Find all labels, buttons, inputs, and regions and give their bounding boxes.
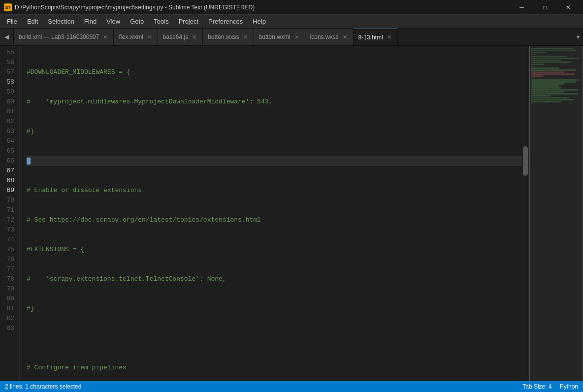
menu-preferences[interactable]: Preferences bbox=[203, 16, 248, 27]
tab-flex-wxml[interactable]: flex.wxml ✕ bbox=[114, 29, 158, 45]
tab-button-wxml[interactable]: button.wxml ✕ bbox=[254, 29, 305, 45]
tab-label: flex.wxml bbox=[119, 33, 143, 40]
tab-button-wxss[interactable]: button.wxss ✕ bbox=[203, 29, 254, 45]
line-number: 78 bbox=[4, 274, 14, 284]
tab-8-13-html[interactable]: 8-13.html ✕ bbox=[354, 29, 398, 45]
menu-edit[interactable]: Edit bbox=[22, 16, 43, 27]
minimap-line bbox=[531, 87, 561, 89]
minimap-line bbox=[531, 101, 561, 102]
maximize-button[interactable]: □ bbox=[534, 0, 556, 15]
minimap-line bbox=[531, 58, 579, 59]
tab-bar: ◀ build.xml — Lab3-1160300607 ✕ flex.wxm… bbox=[0, 29, 583, 46]
menu-selection[interactable]: Selection bbox=[43, 16, 79, 27]
cursor-indicator bbox=[27, 158, 31, 164]
menu-project[interactable]: Project bbox=[174, 16, 203, 27]
minimap-line bbox=[531, 48, 574, 49]
minimap-line bbox=[531, 73, 575, 75]
line-number: 60 bbox=[4, 97, 14, 107]
minimap-line bbox=[531, 65, 534, 67]
menu-find[interactable]: Find bbox=[79, 16, 101, 27]
line-number: 80 bbox=[4, 294, 14, 304]
minimap-line bbox=[531, 81, 576, 83]
line-number: 58 bbox=[4, 77, 14, 87]
minimap-line bbox=[531, 103, 534, 104]
tab-label: button.wxml bbox=[259, 33, 291, 40]
line-number: 82 bbox=[4, 314, 14, 324]
minimap-line bbox=[531, 97, 569, 98]
tab-close-icon[interactable]: ✕ bbox=[342, 33, 348, 41]
close-button[interactable]: ✕ bbox=[557, 0, 579, 15]
line-number: 63 bbox=[4, 127, 14, 136]
line-number: 83 bbox=[4, 324, 14, 333]
tab-icons-wxss[interactable]: icons.wxss ✕ bbox=[305, 29, 354, 45]
line-number: 76 bbox=[4, 255, 14, 264]
status-left: 2 lines, 1 characters selected bbox=[5, 383, 81, 390]
code-line-56: # 'myproject.middlewares.MyprojectDownlo… bbox=[27, 97, 522, 107]
tab-base64-js[interactable]: base64.js ✕ bbox=[158, 29, 203, 45]
menu-view[interactable]: View bbox=[101, 16, 125, 27]
code-line-58 bbox=[27, 156, 522, 166]
menu-goto[interactable]: Goto bbox=[125, 16, 149, 27]
minimap-line bbox=[531, 50, 576, 51]
code-line-55: #DOWNLOADER_MIDDLEWARES = { bbox=[27, 67, 522, 77]
scrollbar-thumb[interactable] bbox=[523, 146, 528, 176]
code-content[interactable]: #DOWNLOADER_MIDDLEWARES = { # 'myproject… bbox=[20, 46, 522, 381]
tab-overflow-button[interactable]: ▾ bbox=[573, 29, 583, 45]
tab-close-icon[interactable]: ✕ bbox=[386, 33, 392, 41]
line-number: 69 bbox=[4, 186, 14, 196]
tab-close-icon[interactable]: ✕ bbox=[146, 33, 153, 41]
status-bar: 2 lines, 1 characters selected Tab Size:… bbox=[0, 381, 583, 392]
minimap-line bbox=[531, 60, 561, 61]
tab-label: base64.js bbox=[163, 33, 188, 40]
tab-size[interactable]: Tab Size: 4 bbox=[522, 383, 551, 390]
tab-label: 8-13.html bbox=[358, 34, 383, 41]
tab-build-xml[interactable]: build.xml — Lab3-1160300607 ✕ bbox=[14, 29, 114, 45]
minimap[interactable] bbox=[529, 46, 583, 381]
menu-tools[interactable]: Tools bbox=[149, 16, 173, 27]
tab-close-icon[interactable]: ✕ bbox=[191, 33, 197, 41]
code-text: # Enable or disable extensions bbox=[27, 186, 142, 196]
language[interactable]: Python bbox=[560, 383, 578, 390]
code-line-61: #EXTENSIONS = { bbox=[27, 245, 522, 255]
minimap-line bbox=[531, 89, 579, 91]
code-text: # See https://doc.scrapy.org/en/latest/t… bbox=[27, 215, 261, 225]
menu-help[interactable]: Help bbox=[248, 16, 271, 27]
menu-file[interactable]: File bbox=[2, 16, 22, 27]
minimap-line bbox=[531, 91, 564, 93]
menu-bar: File Edit Selection Find View Goto Tools… bbox=[0, 15, 583, 29]
tab-close-icon[interactable]: ✕ bbox=[242, 33, 249, 41]
line-number: 62 bbox=[4, 117, 14, 127]
line-number: 66 bbox=[4, 156, 14, 166]
status-right: Tab Size: 4 Python bbox=[522, 383, 578, 390]
app-icon: ST bbox=[4, 3, 12, 11]
code-line-62: # 'scrapy.extensions.telnet.TelnetConsol… bbox=[27, 274, 522, 284]
scrollbar[interactable] bbox=[522, 46, 529, 381]
code-line-59: # Enable or disable extensions bbox=[27, 186, 522, 196]
line-number: 74 bbox=[4, 235, 14, 245]
minimap-line bbox=[531, 95, 551, 97]
tab-close-icon[interactable]: ✕ bbox=[102, 33, 108, 41]
minimize-button[interactable]: ─ bbox=[511, 0, 533, 15]
minimap-line bbox=[531, 83, 564, 85]
code-text: # Configure item pipelines bbox=[27, 363, 127, 373]
code-line-60: # See https://doc.scrapy.org/en/latest/t… bbox=[27, 215, 522, 225]
code-lines: #DOWNLOADER_MIDDLEWARES = { # 'myproject… bbox=[20, 46, 522, 381]
line-number: 55 bbox=[4, 48, 14, 58]
minimap-line bbox=[531, 69, 576, 71]
tab-close-icon[interactable]: ✕ bbox=[293, 33, 300, 41]
line-number: 75 bbox=[4, 245, 14, 255]
minimap-content bbox=[529, 46, 583, 107]
line-number: 64 bbox=[4, 136, 14, 146]
code-text: #EXTENSIONS = { bbox=[27, 245, 84, 255]
minimap-line bbox=[531, 56, 566, 57]
code-line-64 bbox=[27, 333, 522, 343]
minimap-line bbox=[531, 85, 559, 87]
line-number: 65 bbox=[4, 146, 14, 156]
minimap-line bbox=[531, 99, 574, 100]
code-text: #} bbox=[27, 127, 34, 136]
minimap-line bbox=[531, 64, 544, 65]
selection-info: 2 lines, 1 characters selected bbox=[5, 383, 81, 390]
tab-prev-button[interactable]: ◀ bbox=[0, 29, 14, 45]
line-number: 67 bbox=[4, 166, 14, 176]
line-number: 56 bbox=[4, 58, 14, 67]
